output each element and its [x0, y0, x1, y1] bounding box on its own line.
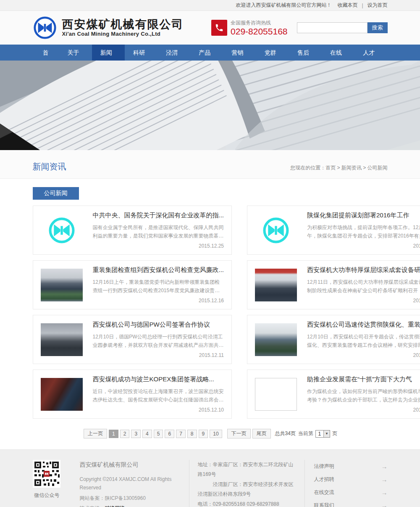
news-card[interactable]: 西安煤机成功与波兰KOPEX集团签署战略... 近日，中波经贸投资论坛在上海隆重… — [33, 370, 232, 419]
footer-icp: 网站备案：陕ICP备13005960 — [80, 494, 181, 503]
news-card[interactable]: 西安煤机公司与德国PW公司签署合作协议 12月10日，德国PW公司总经理一行到西… — [33, 315, 232, 364]
news-thumbnail-empty — [255, 378, 297, 411]
nav-item-home[interactable]: 首页 — [34, 45, 59, 61]
hotline-label: 全国服务咨询热线 — [231, 19, 287, 26]
page-title: 新闻资讯 — [33, 161, 66, 172]
nav-item-jingwei[interactable]: 泾渭新区 — [158, 45, 190, 61]
company-name-en: Xi'an Coal Mining Machinery Co.,Ltd — [62, 31, 184, 37]
page-select-dropdown[interactable]: 1 ▼ — [315, 430, 330, 438]
footer-support: 技术支持：硅峰网络 — [80, 504, 181, 507]
footer-support-value[interactable]: 硅峰网络 — [105, 505, 125, 507]
welcome-text: 欢迎进入西安煤矿机械有限公司官方网站！ — [236, 2, 331, 9]
news-date: 2015.12.14 — [307, 298, 420, 304]
search-input[interactable] — [297, 22, 368, 33]
news-title[interactable]: 重装集团检查组到西安煤机公司检查党风廉政... — [93, 266, 224, 274]
news-thumbnail-photo — [41, 378, 83, 411]
search-button[interactable]: 搜索 — [368, 22, 388, 33]
brand[interactable]: 西安煤矿机械有限公司 Xi'an Coal Mining Machinery C… — [33, 16, 184, 40]
breadcrumb[interactable]: 您现在的位置：首页 > 新闻资讯 > 公司新闻 — [290, 164, 387, 172]
footer-copyright: Copyright ©2014 XAMJC.COM All Rights Res… — [80, 475, 181, 492]
footer-link-jobs[interactable]: 人才招聘 → — [314, 473, 388, 486]
phone-icon — [211, 20, 227, 36]
tab-company-news[interactable]: 公司新闻 — [33, 187, 79, 200]
company-name-cn: 西安煤矿机械有限公司 — [62, 18, 184, 31]
pagination-page-2[interactable]: 2 — [120, 430, 130, 438]
footer-phone: 电话：029-82055168 029-68297888 — [198, 499, 296, 507]
pagination-prev-button[interactable]: 上一页 — [84, 429, 107, 438]
news-summary: 12月16日上午，重装集团党委书记向新刚带领重装集团检查组一行到西安煤机公司检查… — [93, 278, 224, 295]
pagination-page-10[interactable]: 10 — [210, 430, 222, 438]
nav-item-online[interactable]: 在线交流 — [322, 45, 354, 61]
pagination-page-1[interactable]: 1 — [109, 430, 118, 438]
news-card[interactable]: 中共中央、国务院关于深化国有企业改革的指... 国有企业属于全民所有，是推进国家… — [33, 206, 232, 255]
pagination-total-text: 总共34页 — [275, 430, 296, 437]
news-summary: 近日，中波经贸投资论坛在上海隆重召开，波兰国家总统安杰伊杜达先生、国务院发展研究… — [93, 387, 224, 404]
news-summary: 国有企业属于全民所有，是推进国家现代化、保障人民共同利益的重要力量，是我们党和国… — [93, 223, 224, 240]
pagination-page-6[interactable]: 6 — [165, 430, 174, 438]
pagination-page-9[interactable]: 9 — [199, 430, 208, 438]
footer-link-label: 法律声明 — [314, 463, 334, 470]
news-title[interactable]: 中共中央、国务院关于深化国有企业改革的指... — [93, 211, 224, 219]
footer-link-legal[interactable]: 法律声明 → — [314, 460, 388, 473]
news-date: 2015.12.25 — [93, 243, 224, 249]
footer-contact: 地址：辛家庙厂区：西安市东二环北段矿山路169号 泾渭新厂区：西安市经济技术开发… — [189, 460, 305, 507]
site-header: 西安煤矿机械有限公司 Xi'an Coal Mining Machinery C… — [0, 11, 420, 45]
arrow-right-icon: → — [381, 502, 388, 507]
company-logo-icon — [33, 16, 57, 40]
pagination-page-3[interactable]: 3 — [131, 430, 141, 438]
pagination-page-5[interactable]: 5 — [154, 430, 163, 438]
wechat-label: 微信公众号 — [33, 492, 75, 499]
banner-image — [0, 61, 420, 150]
main-nav: 首页 关于我们 新闻资讯 科研实力 泾渭新区 产品中心 营销网络 党群工作 售后… — [0, 45, 420, 61]
news-thumbnail-photo — [255, 323, 297, 356]
footer-support-label: 技术支持： — [80, 505, 105, 507]
news-grid: 中共中央、国务院关于深化国有企业改革的指... 国有企业属于全民所有，是推进国家… — [33, 206, 388, 419]
news-date: 2015.12.16 — [93, 298, 224, 304]
nav-item-service[interactable]: 售后服务 — [289, 45, 322, 61]
nav-item-about[interactable]: 关于我们 — [59, 45, 92, 61]
news-title[interactable]: 助推企业发展需在“十抓”方面下大力气 — [307, 375, 420, 383]
pagination-next-button[interactable]: 下一页 — [227, 429, 251, 438]
news-date: 2015.12.10 — [93, 407, 224, 413]
pagination-page-7[interactable]: 7 — [176, 430, 186, 438]
footer-link-label: 在线交流 — [314, 489, 334, 496]
pagination-page-4[interactable]: 4 — [142, 430, 152, 438]
news-date: 2015.12.10 — [307, 407, 420, 413]
news-title[interactable]: 西安煤机成功与波兰KOPEX集团签署战略... — [93, 375, 224, 383]
news-card[interactable]: 陕煤化集团提前谋划部署2016年工作 为积极应对市场挑战，提前谋划明年各项工作。… — [247, 206, 420, 255]
nav-item-marketing[interactable]: 营销网络 — [223, 45, 256, 61]
news-summary: 12月11日，西安煤机公司大功率特厚煤层综采成套设备研制阶段性成果会在神南矿业公… — [307, 278, 420, 295]
set-home-link[interactable]: 设为首页 — [368, 2, 388, 9]
news-card[interactable]: 助推企业发展需在“十抓”方面下大力气 作为煤机企业，该如何应对当前严峻的形势和煤… — [247, 370, 420, 419]
page-title-strip: 新闻资讯 您现在的位置：首页 > 新闻资讯 > 公司新闻 — [0, 150, 420, 179]
pagination-current-suffix: 页 — [332, 430, 337, 437]
news-title[interactable]: 陕煤化集团提前谋划部署2016年工作 — [307, 211, 420, 219]
footer-link-online[interactable]: 在线交流 → — [314, 486, 388, 499]
pagination-last-button[interactable]: 尾页 — [252, 429, 271, 438]
news-thumbnail-photo — [41, 323, 83, 356]
footer-address-1: 地址：辛家庙厂区：西安市东二环北段矿山路169号 — [198, 460, 296, 480]
news-summary: 为积极应对市场挑战，提前谋划明年各项工作。12月8日下午，陕煤化集团召开专题会议… — [307, 223, 420, 240]
news-card[interactable]: 西安煤机大功率特厚煤层综采成套设备研制阶... 12月11日，西安煤机公司大功率… — [247, 260, 420, 309]
news-thumbnail-logo-icon — [255, 214, 297, 247]
news-card[interactable]: 西安煤机公司迅速传达贯彻陕煤化、重装集团... 12月10日，西安煤机公司召开专… — [247, 315, 420, 364]
nav-item-products[interactable]: 产品中心 — [190, 45, 223, 61]
main-content: 公司新闻 中共中央、国务院关于深化国有企业改革的指... 国有企业属于全民所有，… — [33, 179, 388, 438]
chevron-down-icon: ▼ — [323, 430, 330, 437]
news-title[interactable]: 西安煤机公司迅速传达贯彻陕煤化、重装集团... — [307, 321, 420, 329]
nav-item-news[interactable]: 新闻资讯 — [92, 45, 125, 61]
nav-item-talent[interactable]: 人才中心 — [354, 45, 387, 61]
pagination-page-8[interactable]: 8 — [187, 430, 197, 438]
news-title[interactable]: 西安煤机大功率特厚煤层综采成套设备研制阶... — [307, 266, 420, 274]
news-summary: 作为煤机企业，该如何应对当前严峻的形势和煤机市场的大考验？作为煤机企业的干部职工… — [307, 387, 420, 404]
footer-link-contact[interactable]: 联系我们 → — [314, 499, 388, 507]
news-thumbnail-logo-icon — [41, 214, 83, 247]
page-select-value: 1 — [316, 430, 323, 437]
footer-link-label: 人才招聘 — [314, 476, 334, 483]
hotline: 全国服务咨询热线 029-82055168 — [211, 19, 287, 36]
favorite-link[interactable]: 收藏本页 — [337, 2, 357, 9]
nav-item-research[interactable]: 科研实力 — [125, 45, 158, 61]
news-card[interactable]: 重装集团检查组到西安煤机公司检查党风廉政... 12月16日上午，重装集团党委书… — [33, 260, 232, 309]
nav-item-party[interactable]: 党群工作 — [256, 45, 289, 61]
news-title[interactable]: 西安煤机公司与德国PW公司签署合作协议 — [93, 321, 224, 329]
